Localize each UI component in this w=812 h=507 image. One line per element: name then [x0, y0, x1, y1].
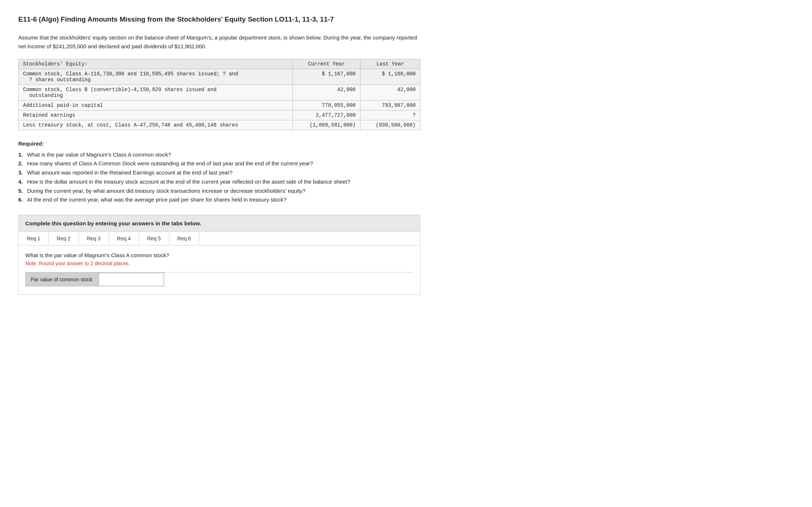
table-row: Additional paid-in capital770,055,000793… [19, 100, 420, 110]
row-last: (930,560,000) [360, 120, 420, 130]
required-item-text: What is the par value of Magnum's Class … [27, 150, 171, 159]
answer-row: Par value of common stock [25, 272, 413, 286]
tab-req-3[interactable]: Req 3 [79, 232, 109, 245]
required-item-text: At the end of the current year, what was… [27, 195, 287, 204]
required-item-number: 1. [18, 150, 25, 159]
required-item: 6.At the end of the current year, what w… [18, 195, 420, 204]
required-item: 4.How is the dollar amount in the treasu… [18, 177, 420, 187]
tab-req-6[interactable]: Req 6 [169, 232, 199, 245]
tabs-row: Req 1Req 2Req 3Req 4Req 5Req 6 [19, 232, 420, 245]
complete-question-box: Complete this question by entering your … [18, 215, 420, 295]
table-row: Retained earnings2,477,727,000? [19, 110, 420, 120]
required-heading: Required: [18, 140, 420, 147]
required-item-number: 2. [18, 159, 25, 168]
equity-table: Stockholders' Equity: Current Year Last … [18, 59, 420, 130]
row-label: Common stock, Class A–116,730,308 and 11… [19, 69, 293, 84]
page-title: E11-6 (Algo) Finding Amounts Missing fro… [18, 15, 420, 25]
tab-req-2[interactable]: Req 2 [49, 232, 79, 245]
required-item-text: How many shares of Class A Common Stock … [27, 159, 313, 168]
required-item-text: What amount was reported in the Retained… [27, 168, 233, 177]
row-current: $ 1,167,000 [293, 69, 360, 84]
row-last: 793,987,000 [360, 100, 420, 110]
col2-header: Current Year [293, 59, 360, 69]
table-row: Less treasury stock, at cost, Class A–47… [19, 120, 420, 130]
row-current: 2,477,727,000 [293, 110, 360, 120]
row-current: 770,055,000 [293, 100, 360, 110]
row-last: $ 1,166,000 [360, 69, 420, 84]
row-current: (1,889,581,000) [293, 120, 360, 130]
required-item: 5.During the current year, by what amoun… [18, 187, 420, 196]
required-item-text: How is the dollar amount in the treasury… [27, 177, 350, 187]
complete-header: Complete this question by entering your … [19, 215, 420, 232]
tab-req-5[interactable]: Req 5 [139, 232, 169, 245]
tab-req-1[interactable]: Req 1 [19, 232, 49, 245]
row-label: Retained earnings [19, 110, 293, 120]
required-item-text: During the current year, by what amount … [27, 187, 306, 196]
row-last: 42,000 [360, 84, 420, 100]
tab-question: What is the par value of Magnum's Class … [25, 252, 413, 258]
tab-content: What is the par value of Magnum's Class … [19, 245, 420, 294]
row-last: ? [360, 110, 420, 120]
required-item: 3.What amount was reported in the Retain… [18, 168, 420, 177]
col1-header: Stockholders' Equity: [19, 59, 293, 69]
col3-header: Last Year [360, 59, 420, 69]
table-row: Common stock, Class B (convertible)–4,15… [19, 84, 420, 100]
required-item-number: 4. [18, 177, 25, 187]
tab-note: Note: Round your answer to 2 decimal pla… [25, 260, 413, 266]
required-item: 1.What is the par value of Magnum's Clas… [18, 150, 420, 159]
row-label: Less treasury stock, at cost, Class A–47… [19, 120, 293, 130]
required-item: 2.How many shares of Class A Common Stoc… [18, 159, 420, 168]
intro-text: Assume that the stockholders' equity sec… [18, 33, 420, 51]
answer-input[interactable] [98, 273, 164, 286]
required-item-number: 3. [18, 168, 25, 177]
required-item-number: 5. [18, 187, 25, 196]
table-row: Common stock, Class A–116,730,308 and 11… [19, 69, 420, 84]
answer-label: Par value of common stock [25, 273, 98, 286]
row-label: Common stock, Class B (convertible)–4,15… [19, 84, 293, 100]
row-current: 42,000 [293, 84, 360, 100]
tab-req-4[interactable]: Req 4 [109, 232, 139, 245]
required-item-number: 6. [18, 195, 25, 204]
row-label: Additional paid-in capital [19, 100, 293, 110]
